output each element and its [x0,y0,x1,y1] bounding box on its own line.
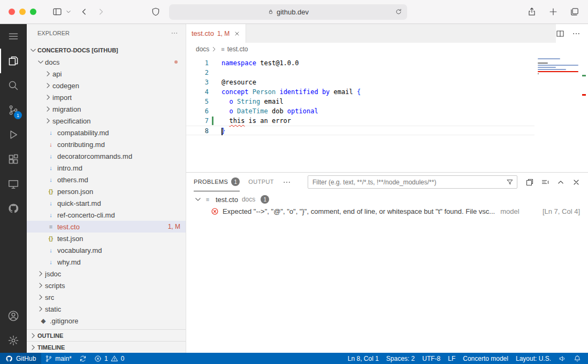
folder-item-migration[interactable]: migration [27,103,186,115]
zoom-window-button[interactable] [30,9,36,15]
forward-icon[interactable] [96,7,106,17]
split-editor-icon[interactable] [556,29,564,38]
activity-explorer-icon[interactable] [0,49,27,73]
feedback-status-item[interactable] [555,353,570,364]
view-as-table-icon[interactable] [525,178,534,187]
code-line[interactable]: 6 o DateTime dob optional [186,106,534,116]
folder-item-scripts[interactable]: scripts [27,280,186,291]
file-item-person-json[interactable]: {}person.json [27,185,186,197]
folder-item-specification[interactable]: specification [27,115,186,127]
panel-tab-output[interactable]: OUTPUT [248,173,274,191]
line-number: 1 [186,58,209,68]
activity-remote-explorer-icon[interactable] [0,172,27,196]
file-item-decoratorcommands-md[interactable]: ↓decoratorcommands.md [27,150,186,162]
encoding-status-item[interactable]: UTF-8 [418,353,444,364]
folder-item-import[interactable]: import [27,91,186,103]
keyboard-layout-status-item[interactable]: Layout: U.S. [512,353,555,364]
tab-test-cto[interactable]: test.cto 1, M [186,24,246,43]
folder-item-codegen[interactable]: codegen [27,80,186,91]
error-icon [211,207,219,215]
indentation-status-item[interactable]: Spaces: 2 [383,353,418,364]
file-item-ref-concerto-cli-md[interactable]: ↓ref-concerto-cli.md [27,209,186,221]
problems-file-group[interactable]: ≡test.ctodocs1 [186,193,588,205]
file-item-compatability-md[interactable]: ↓compatability.md [27,127,186,138]
gitignore-file-icon: ◆ [40,317,47,324]
code-line[interactable]: 5 o String email [186,97,534,106]
panel-header: PROBLEMS1OUTPUT [186,173,588,191]
file-item-quick-start-md[interactable]: ↓quick-start.md [27,197,186,209]
close-window-button[interactable] [9,9,15,15]
close-panel-icon[interactable] [572,178,581,187]
activity-extensions-icon[interactable] [0,147,27,172]
section-timeline[interactable]: TIMELINE [27,341,186,353]
code-line[interactable]: 3@resource [186,78,534,87]
file-tree: CONCERTO-DOCS [GITHUB]docsapicodegenimpo… [27,42,186,329]
minimize-window-button[interactable] [19,9,26,15]
problem-item[interactable]: Expected "-->", "@", "o", "}", comment, … [186,205,588,217]
back-icon[interactable] [79,7,89,17]
activity-accounts-icon[interactable] [0,304,27,328]
problems-filter-input[interactable] [308,179,506,186]
breadcrumb-item[interactable]: docs [196,45,209,53]
code-line[interactable]: 7 this is an error [186,116,534,126]
code-line[interactable]: 1namespace test@1.0.0 [186,58,534,68]
line-content: this is an error [222,116,291,126]
folder-item-docs[interactable]: docs [27,56,186,68]
branch-status-item[interactable]: main* [41,353,75,364]
share-icon[interactable] [527,7,537,17]
section-outline[interactable]: OUTLINE [27,329,186,341]
sidebar-toggle-icon[interactable] [52,7,62,17]
breadcrumb-item[interactable]: test.cto [227,45,248,53]
language-mode-status-item[interactable]: Concerto model [459,353,512,364]
privacy-shield-icon[interactable] [151,7,161,17]
code-editor[interactable]: 1namespace test@1.0.023@resource4concept… [186,56,588,172]
filter-icon[interactable] [506,179,514,186]
activity-source-control-icon[interactable]: 1 [0,98,27,122]
code-line[interactable]: 8} [186,126,534,135]
panel-more-actions-icon[interactable] [282,178,291,187]
file-item-vocabulary-md[interactable]: ↓vocabulary.md [27,244,186,256]
editor-more-actions-icon[interactable] [572,29,581,38]
remote-indicator[interactable]: GitHub [0,353,41,364]
activity-search-icon[interactable] [0,73,27,98]
git-status-badge: 1, M [168,223,180,230]
sync-status-item[interactable] [75,353,90,364]
maximize-panel-icon[interactable] [556,178,565,187]
activity-settings-icon[interactable] [0,328,27,353]
file-item-contributing-md[interactable]: ↓contributing.md [27,138,186,150]
file-item-others-md[interactable]: ↓others.md [27,174,186,185]
remote-label: GitHub [16,355,36,362]
show-tabs-icon[interactable] [570,7,579,17]
notifications-status-item[interactable] [570,353,585,364]
file-item-test-cto[interactable]: ≡test.cto1, M [27,221,186,233]
collapse-all-icon[interactable] [541,178,549,187]
code-line[interactable]: 2 [186,68,534,78]
reload-icon[interactable] [395,8,402,16]
eol-status-item[interactable]: LF [444,353,459,364]
file-item-intro-md[interactable]: ↓intro.md [27,162,186,174]
sidebar-dropdown-chevron-icon[interactable] [65,9,72,15]
explorer-more-actions-icon[interactable] [171,29,178,37]
activity-run-and-debug-icon[interactable] [0,122,27,147]
file-item-why-md[interactable]: ↓why.md [27,256,186,268]
code-line[interactable]: 4concept Person identified by email { [186,87,534,97]
file-item-test-json[interactable]: {}test.json [27,233,186,244]
breadcrumbs: docs≡test.cto [186,43,588,56]
address-bar[interactable]: github.dev [169,4,407,20]
folder-item-jsdoc[interactable]: jsdoc [27,268,186,280]
minimap[interactable] [538,58,579,75]
file-item-gitignore[interactable]: ◆.gitignore [27,315,186,327]
tab-close-icon[interactable] [234,30,240,37]
folder-item-static[interactable]: static [27,303,186,315]
chevron-right-icon [36,293,45,301]
panel-tab-problems[interactable]: PROBLEMS1 [194,173,240,191]
activity-github-icon[interactable] [0,196,27,221]
folder-item-src[interactable]: src [27,291,186,303]
problems-status-item[interactable]: 10 [90,353,128,364]
folder-item-concerto-docs-github[interactable]: CONCERTO-DOCS [GITHUB] [27,44,186,56]
cursor-position-status-item[interactable]: Ln 8, Col 1 [344,353,383,364]
activity-menu-icon[interactable] [0,24,27,49]
new-tab-icon[interactable] [548,7,558,17]
folder-item-api[interactable]: api [27,68,186,80]
item-label: scripts [45,282,65,290]
